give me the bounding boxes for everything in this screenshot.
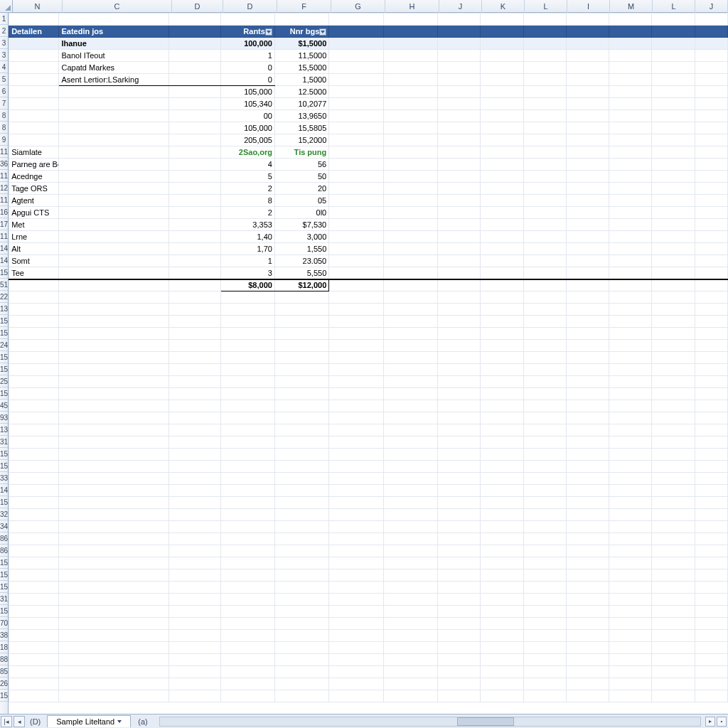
cell[interactable] bbox=[169, 497, 220, 509]
cell[interactable]: 13,9650 bbox=[274, 110, 328, 122]
cell[interactable] bbox=[169, 654, 220, 666]
cell[interactable] bbox=[383, 50, 437, 62]
cell[interactable] bbox=[652, 316, 695, 328]
horizontal-scroll-thumb[interactable] bbox=[457, 717, 514, 726]
cell[interactable] bbox=[169, 690, 220, 702]
cell[interactable] bbox=[329, 340, 383, 352]
cell[interactable] bbox=[329, 98, 383, 110]
cell[interactable] bbox=[652, 678, 695, 690]
cell[interactable] bbox=[9, 449, 59, 461]
cell[interactable] bbox=[329, 690, 383, 702]
cell[interactable] bbox=[329, 279, 383, 291]
cell[interactable] bbox=[274, 376, 328, 388]
cell[interactable] bbox=[329, 207, 383, 219]
cell[interactable] bbox=[274, 316, 328, 328]
cell[interactable] bbox=[169, 388, 220, 400]
cell[interactable] bbox=[523, 62, 566, 74]
cell[interactable] bbox=[566, 50, 609, 62]
cell[interactable]: 10,2077 bbox=[274, 98, 328, 110]
cell[interactable] bbox=[609, 400, 652, 412]
cell[interactable] bbox=[609, 352, 652, 364]
cell[interactable] bbox=[59, 316, 169, 328]
cell[interactable] bbox=[523, 642, 566, 654]
cell[interactable] bbox=[383, 328, 437, 340]
row-header[interactable]: 8 bbox=[0, 122, 8, 134]
cell[interactable] bbox=[220, 424, 274, 437]
row-header[interactable]: 3 bbox=[0, 49, 8, 61]
cell[interactable] bbox=[169, 38, 220, 50]
cell[interactable] bbox=[274, 594, 328, 606]
cell[interactable] bbox=[566, 231, 609, 243]
cell[interactable] bbox=[523, 666, 566, 678]
cell[interactable] bbox=[437, 569, 480, 582]
cell[interactable]: Tage ORS bbox=[9, 183, 59, 195]
cell[interactable] bbox=[59, 582, 169, 594]
cell[interactable] bbox=[437, 400, 480, 412]
cell[interactable] bbox=[695, 159, 727, 171]
cell[interactable] bbox=[383, 279, 437, 291]
cell[interactable] bbox=[383, 219, 437, 231]
cell[interactable] bbox=[169, 316, 220, 328]
cell[interactable] bbox=[274, 473, 328, 485]
cell[interactable] bbox=[59, 146, 169, 159]
cell[interactable] bbox=[695, 267, 727, 279]
cell[interactable] bbox=[169, 291, 220, 304]
cell[interactable] bbox=[169, 678, 220, 690]
cell[interactable] bbox=[220, 316, 274, 328]
cell[interactable] bbox=[329, 569, 383, 582]
column-header[interactable]: N bbox=[13, 0, 63, 13]
column-header[interactable]: I bbox=[567, 0, 610, 13]
cell[interactable] bbox=[481, 340, 523, 352]
cell[interactable]: 1,550 bbox=[274, 243, 328, 255]
row-header[interactable]: 9 bbox=[0, 134, 8, 146]
cell[interactable] bbox=[220, 304, 274, 316]
cell[interactable] bbox=[59, 666, 169, 678]
cell[interactable] bbox=[59, 134, 169, 146]
cell[interactable] bbox=[481, 376, 523, 388]
cell[interactable] bbox=[437, 521, 480, 533]
cell[interactable]: 56 bbox=[274, 159, 328, 171]
cell[interactable] bbox=[383, 666, 437, 678]
cell[interactable] bbox=[481, 582, 523, 594]
cell[interactable] bbox=[437, 14, 480, 26]
cell[interactable] bbox=[652, 291, 695, 304]
cell[interactable] bbox=[652, 219, 695, 231]
cell[interactable] bbox=[169, 243, 220, 255]
cell[interactable] bbox=[274, 424, 328, 437]
cell[interactable] bbox=[59, 352, 169, 364]
cell[interactable] bbox=[523, 38, 566, 50]
cell[interactable] bbox=[566, 642, 609, 654]
cell[interactable] bbox=[609, 497, 652, 509]
cell[interactable] bbox=[274, 328, 328, 340]
cell[interactable]: 11,5000 bbox=[274, 50, 328, 62]
cell[interactable] bbox=[383, 582, 437, 594]
cell[interactable]: 12.5000 bbox=[274, 86, 328, 98]
cell[interactable] bbox=[609, 545, 652, 557]
cell[interactable] bbox=[566, 134, 609, 146]
cell[interactable] bbox=[329, 38, 383, 50]
cell[interactable] bbox=[383, 110, 437, 122]
cell[interactable] bbox=[695, 122, 727, 134]
cell[interactable] bbox=[220, 509, 274, 521]
cell[interactable] bbox=[523, 521, 566, 533]
cell[interactable] bbox=[609, 304, 652, 316]
cell[interactable] bbox=[652, 134, 695, 146]
cell[interactable] bbox=[566, 618, 609, 630]
cell[interactable] bbox=[383, 183, 437, 195]
cell[interactable] bbox=[437, 437, 480, 449]
row-header[interactable]: 12 bbox=[0, 182, 8, 194]
cell[interactable] bbox=[9, 654, 59, 666]
cell[interactable] bbox=[695, 400, 727, 412]
cell[interactable] bbox=[274, 412, 328, 424]
cell[interactable] bbox=[695, 50, 727, 62]
cell[interactable] bbox=[59, 630, 169, 642]
cell[interactable] bbox=[220, 678, 274, 690]
cell[interactable] bbox=[169, 424, 220, 437]
cell[interactable] bbox=[566, 74, 609, 86]
cell[interactable]: 15,5805 bbox=[274, 122, 328, 134]
cell[interactable] bbox=[383, 86, 437, 98]
cell[interactable] bbox=[609, 279, 652, 291]
cell[interactable] bbox=[169, 62, 220, 74]
cell[interactable] bbox=[169, 666, 220, 678]
cell[interactable] bbox=[523, 606, 566, 618]
